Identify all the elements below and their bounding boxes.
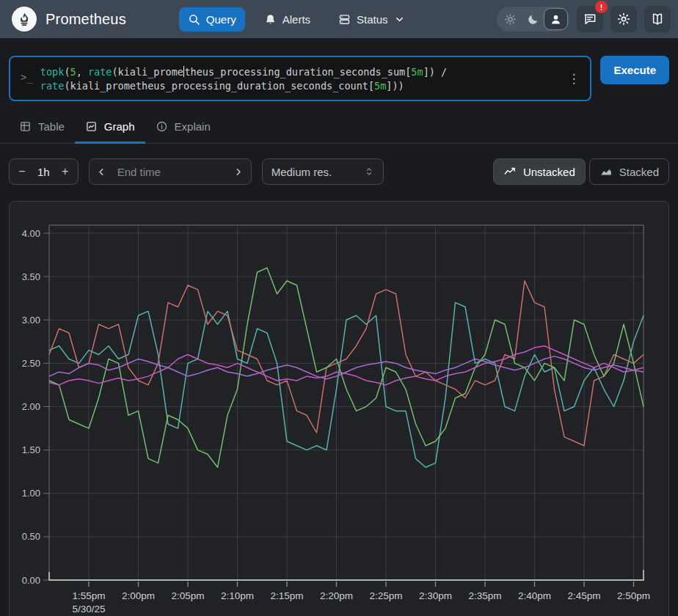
settings-button[interactable] — [610, 6, 637, 32]
svg-text:1.00: 1.00 — [22, 488, 40, 499]
nav-query-button[interactable]: Query — [179, 7, 245, 32]
nav-alerts-button[interactable]: Alerts — [255, 7, 319, 32]
tab-explain-label: Explain — [175, 120, 211, 133]
result-tabs: Table Graph Explain — [0, 111, 678, 144]
theme-dark-option[interactable] — [522, 9, 544, 29]
svg-text:2:25pm: 2:25pm — [369, 590, 402, 601]
range-decrease-button[interactable]: − — [10, 159, 34, 184]
nav-query-label: Query — [206, 13, 236, 26]
promql-editor[interactable]: >_ topk(5, rate(kiali_prometheus_process… — [9, 56, 591, 101]
svg-text:1:55pm: 1:55pm — [72, 590, 105, 601]
server-icon — [338, 13, 351, 26]
unstacked-button[interactable]: Unstacked — [493, 158, 586, 185]
svg-text:2:05pm: 2:05pm — [171, 590, 204, 601]
resolution-select[interactable]: Medium res. — [262, 158, 384, 185]
timeseries-chart[interactable]: 4.003.503.002.502.001.501.000.500.001:55… — [10, 202, 668, 616]
area-chart-icon — [599, 165, 613, 178]
prometheus-logo-icon — [12, 7, 37, 32]
tab-explain[interactable]: Explain — [145, 111, 221, 144]
nav-status-button[interactable]: Status — [329, 7, 414, 32]
navbar-actions: ! — [497, 6, 671, 32]
moon-icon — [527, 13, 539, 26]
unstacked-label: Unstacked — [523, 166, 575, 178]
svg-text:5/30/25: 5/30/25 — [72, 604, 105, 615]
theme-system-option[interactable] — [544, 9, 567, 29]
select-chevrons-icon — [364, 166, 374, 177]
tab-graph-label: Graph — [104, 120, 135, 133]
svg-text:0.00: 0.00 — [22, 575, 40, 586]
bell-icon — [264, 13, 277, 26]
graph-icon — [85, 120, 98, 133]
app-title: Prometheus — [45, 11, 126, 28]
main-nav: Query Alerts Status — [179, 7, 414, 32]
end-time-input[interactable]: End time — [114, 166, 226, 178]
svg-text:2:35pm: 2:35pm — [468, 590, 501, 601]
chart-panel: 4.003.503.002.502.001.501.000.500.001:55… — [9, 201, 669, 616]
svg-text:2:45pm: 2:45pm — [567, 590, 600, 601]
search-icon — [188, 13, 200, 26]
editor-menu-button[interactable]: ⋮ — [563, 64, 584, 87]
book-icon — [650, 12, 665, 26]
promql-expression[interactable]: topk(5, rate(kiali_prometheus_processing… — [40, 64, 564, 93]
table-icon — [19, 120, 32, 133]
svg-text:2:10pm: 2:10pm — [221, 590, 254, 601]
execute-button[interactable]: Execute — [600, 56, 669, 84]
resolution-value: Medium res. — [271, 166, 332, 178]
svg-text:2.50: 2.50 — [22, 358, 40, 369]
brand: Prometheus — [12, 7, 126, 32]
chevron-down-icon — [394, 14, 405, 25]
svg-text:2:00pm: 2:00pm — [122, 590, 155, 601]
notification-badge: ! — [595, 1, 608, 13]
svg-text:2:20pm: 2:20pm — [320, 590, 353, 601]
svg-text:2:40pm: 2:40pm — [518, 590, 551, 601]
svg-text:0.50: 0.50 — [22, 531, 40, 542]
range-stepper: − 1h + — [9, 158, 79, 185]
user-icon — [550, 13, 562, 26]
stacked-button[interactable]: Stacked — [589, 158, 669, 185]
svg-text:2:15pm: 2:15pm — [270, 590, 303, 601]
theme-toggle — [497, 7, 569, 32]
tab-table[interactable]: Table — [9, 111, 75, 144]
svg-text:2:30pm: 2:30pm — [419, 590, 452, 601]
stacked-label: Stacked — [619, 166, 659, 178]
feedback-chat-icon — [583, 12, 597, 26]
svg-text:2:50pm: 2:50pm — [617, 590, 650, 601]
gear-icon — [616, 12, 631, 26]
time-forward-button[interactable] — [226, 159, 251, 184]
tab-graph[interactable]: Graph — [75, 111, 145, 144]
nav-alerts-label: Alerts — [282, 13, 310, 26]
tab-table-label: Table — [38, 120, 65, 133]
line-chart-icon — [503, 165, 517, 178]
chevron-left-icon — [96, 166, 107, 177]
query-section: >_ topk(5, rate(kiali_prometheus_process… — [0, 38, 678, 101]
svg-text:4.00: 4.00 — [22, 228, 40, 239]
svg-text:3.00: 3.00 — [22, 315, 40, 326]
docs-button[interactable] — [644, 6, 671, 32]
svg-text:3.50: 3.50 — [22, 271, 40, 282]
stacking-toggle: Unstacked Stacked — [493, 158, 669, 185]
range-increase-button[interactable]: + — [53, 159, 78, 184]
theme-light-option[interactable] — [499, 9, 522, 29]
chevron-right-icon — [233, 166, 244, 177]
end-time-picker: End time — [89, 158, 252, 185]
svg-text:1.50: 1.50 — [22, 444, 40, 455]
navbar: Prometheus Query Alerts Status — [0, 0, 678, 38]
nav-status-label: Status — [357, 13, 388, 26]
range-value[interactable]: 1h — [34, 166, 53, 178]
time-back-button[interactable] — [90, 159, 114, 184]
graph-controls: − 1h + End time Medium res. Unstacked S — [0, 144, 678, 185]
info-icon — [156, 120, 168, 133]
svg-text:2.00: 2.00 — [22, 401, 40, 412]
terminal-prompt-icon: >_ — [21, 71, 33, 83]
sun-icon — [504, 13, 517, 26]
notifications-button[interactable]: ! — [577, 6, 603, 32]
